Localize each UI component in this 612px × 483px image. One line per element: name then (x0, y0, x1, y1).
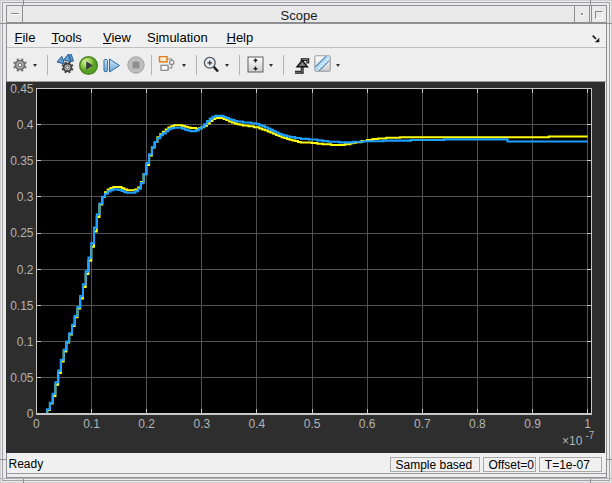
svg-text:0.2: 0.2 (17, 263, 34, 277)
svg-text:×10: ×10 (562, 434, 583, 448)
svg-text:0.45: 0.45 (10, 82, 34, 96)
svg-text:0.6: 0.6 (359, 417, 376, 431)
svg-text:0.25: 0.25 (10, 226, 34, 240)
svg-text:0.2: 0.2 (138, 417, 155, 431)
svg-text:0.9: 0.9 (524, 417, 541, 431)
svg-text:0.1: 0.1 (17, 335, 34, 349)
svg-text:-7: -7 (586, 430, 595, 441)
svg-text:0.7: 0.7 (414, 417, 431, 431)
svg-text:1: 1 (584, 417, 591, 431)
svg-text:0.35: 0.35 (10, 154, 34, 168)
svg-text:0.1: 0.1 (83, 417, 100, 431)
svg-text:0.3: 0.3 (17, 190, 34, 204)
svg-text:0.5: 0.5 (304, 417, 321, 431)
svg-text:0.4: 0.4 (249, 417, 266, 431)
svg-text:0.15: 0.15 (10, 299, 34, 313)
svg-text:0.05: 0.05 (10, 371, 34, 385)
svg-text:0.3: 0.3 (193, 417, 210, 431)
svg-text:0: 0 (33, 417, 40, 431)
svg-text:0.8: 0.8 (469, 417, 486, 431)
svg-text:0.4: 0.4 (17, 118, 34, 132)
